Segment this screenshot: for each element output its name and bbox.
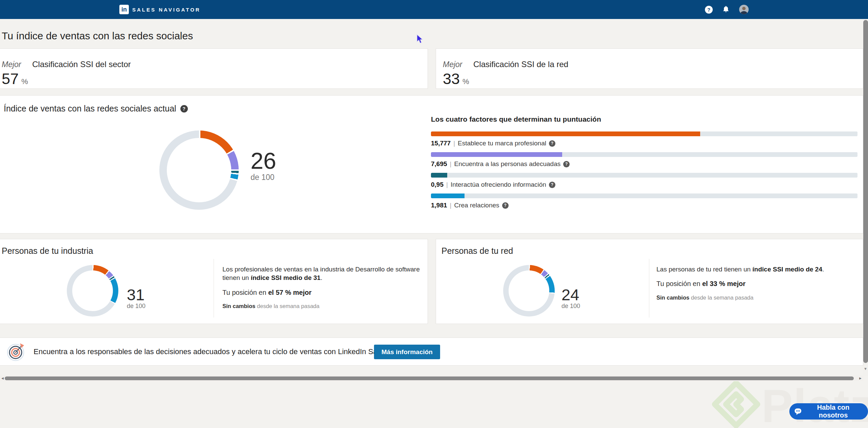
rank-qualifier: Mejor <box>2 60 32 69</box>
brand-name: SALES NAVIGATOR <box>132 7 201 13</box>
factor-separator: | <box>450 160 452 168</box>
factor-bar-track <box>431 152 857 157</box>
industry-donut-chart <box>67 265 118 317</box>
factor-establish-brand: 15,777 | Establece tu marca profesional … <box>431 131 857 147</box>
factor-label-text: Interactúa ofreciendo información <box>451 181 546 188</box>
chat-button-label: Habla con nosotros <box>805 404 861 419</box>
promo-banner: Encuentra a los responsables de las deci… <box>0 338 863 366</box>
chat-button[interactable]: Habla con nosotros <box>789 403 868 420</box>
factor-help-icon[interactable]: ? <box>502 202 509 209</box>
scroll-right-arrow[interactable]: ► <box>859 376 862 380</box>
factor-label-text: Encuentra a las personas adecuadas <box>454 160 560 168</box>
target-icon <box>6 342 26 362</box>
industry-rank-card: Mejor Clasificación SSI del sector 57 % <box>0 48 428 89</box>
factor-separator: | <box>446 181 448 188</box>
industry-change-line: Sin cambios desde la semana pasada <box>222 303 429 310</box>
industry-card-title: Personas de tu industria <box>2 246 93 256</box>
divider <box>649 259 649 318</box>
page-title: Tu índice de ventas con las redes social… <box>2 30 193 42</box>
horizontal-scrollbar[interactable]: ◄ ► <box>0 375 863 381</box>
network-score-of: de 100 <box>561 303 580 310</box>
industry-average-line: Los profesionales de ventas en la indust… <box>222 265 429 282</box>
network-change-line: Sin cambios desde la semana pasada <box>656 294 853 302</box>
factor-help-icon[interactable]: ? <box>563 161 570 167</box>
factor-bar-track <box>431 173 857 178</box>
network-donut-chart <box>503 265 555 317</box>
network-score-value: 24 <box>561 287 580 303</box>
factor-bar-track <box>431 193 857 198</box>
factor-value: 7,695 <box>431 160 447 168</box>
scroll-down-arrow[interactable]: ▼ <box>864 367 867 371</box>
mouse-cursor <box>416 34 424 44</box>
linkedin-logo-icon: in <box>119 5 129 14</box>
divider <box>214 259 214 318</box>
factor-value: 15,777 <box>431 140 451 147</box>
network-position-line: Tu posición en el 33 % mejor <box>656 279 853 288</box>
factor-engage-insights: 0,95 | Interactúa ofreciendo información… <box>431 173 857 189</box>
network-rank-card: Mejor Clasificación SSI de la red 33 % <box>436 48 863 89</box>
promo-text: Encuentra a los responsables de las deci… <box>34 347 422 356</box>
rank-qualifier: Mejor <box>443 60 473 69</box>
rank-card-title: Clasificación SSI de la red <box>473 60 568 69</box>
factor-bar-fill <box>431 131 700 136</box>
factor-help-icon[interactable]: ? <box>549 182 555 188</box>
ssi-score-value: 26 <box>251 149 276 172</box>
network-summary-text: Las personas de tu red tienen un índice … <box>656 265 853 302</box>
industry-score-value: 31 <box>127 287 145 303</box>
network-card-title: Personas de tu red <box>441 246 513 256</box>
top-navbar: in SALES NAVIGATOR ? <box>0 0 868 19</box>
network-people-card: Personas de tu red 24 de 100 Las persona… <box>436 239 863 324</box>
factors-title: Los cuatro factores que determinan tu pu… <box>431 115 857 123</box>
factor-find-right-people: 7,695 | Encuentra a las personas adecuad… <box>431 152 857 168</box>
rank-card-title: Clasificación SSI del sector <box>32 60 131 69</box>
factor-value: 0,95 <box>431 181 443 188</box>
navbar-actions: ? <box>705 0 749 19</box>
factor-value: 1,981 <box>431 202 447 209</box>
notifications-bell-icon[interactable] <box>722 5 730 14</box>
factor-bar-fill <box>431 152 562 157</box>
sales-navigator-logo[interactable]: in SALES NAVIGATOR <box>119 0 201 19</box>
factor-bar-fill <box>431 193 465 198</box>
industry-summary-text: Los profesionales de ventas en la indust… <box>222 265 429 310</box>
rank-value: 33 <box>443 71 460 86</box>
help-icon[interactable]: ? <box>705 6 713 14</box>
industry-position-line: Tu posición en el 57 % mejor <box>222 288 429 297</box>
ssi-score-of: de 100 <box>251 173 276 182</box>
network-average-line: Las personas de tu red tienen un índice … <box>656 265 853 273</box>
factor-label-text: Establece tu marca profesional <box>458 140 546 147</box>
current-ssi-title: Índice de ventas con las redes sociales … <box>4 104 176 114</box>
factor-separator: | <box>450 202 452 209</box>
horizontal-scrollbar-thumb[interactable] <box>5 376 854 380</box>
ssi-score-donut-chart <box>159 130 239 210</box>
chat-bubble-icon <box>794 407 802 416</box>
scroll-left-arrow[interactable]: ◄ <box>1 376 4 380</box>
platzi-watermark-logo <box>711 379 762 428</box>
rank-unit: % <box>21 77 28 86</box>
factor-separator: | <box>453 140 455 147</box>
ssi-help-icon[interactable]: ? <box>180 105 188 113</box>
user-avatar[interactable] <box>739 5 749 14</box>
current-ssi-card: Índice de ventas con las redes sociales … <box>0 95 863 233</box>
ssi-dashboard-page: in SALES NAVIGATOR ? Tu índice de ventas… <box>0 0 868 428</box>
factor-label-text: Crea relaciones <box>454 202 499 209</box>
rank-unit: % <box>462 77 469 86</box>
industry-score-of: de 100 <box>127 303 145 310</box>
factor-help-icon[interactable]: ? <box>549 140 555 147</box>
rank-value: 57 <box>2 71 19 86</box>
score-factors: Los cuatro factores que determinan tu pu… <box>431 115 857 214</box>
factor-bar-track <box>431 131 857 136</box>
more-info-button[interactable]: Más información <box>374 345 440 359</box>
factor-build-relationships: 1,981 | Crea relaciones ? <box>431 193 857 209</box>
factor-bar-fill <box>431 173 447 178</box>
industry-people-card: Personas de tu industria 31 de 100 Los p… <box>0 239 428 324</box>
vertical-scrollbar[interactable]: ▼ <box>863 19 868 376</box>
vertical-scrollbar-thumb[interactable] <box>863 20 868 363</box>
